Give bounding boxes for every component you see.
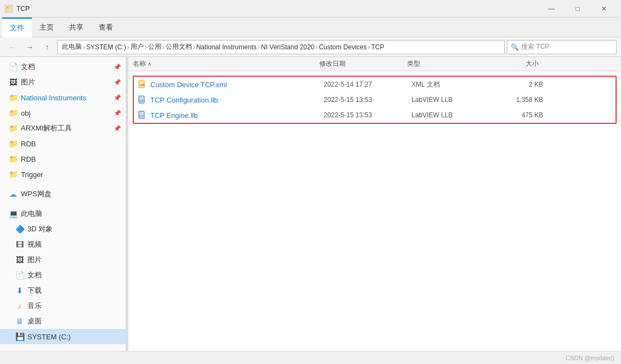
path-computer[interactable]: 此电脑 xyxy=(62,42,82,52)
sidebar-item-video[interactable]: 🎞 视频 xyxy=(0,237,126,252)
sidebar-label-systemc: SYSTEM (C:) xyxy=(27,333,71,341)
file-name-2: TCP Engine.llb xyxy=(150,111,324,120)
sidebar-item-rdb2[interactable]: 📁 RDB xyxy=(0,151,126,167)
sidebar-item-computer[interactable]: 💻 此电脑 xyxy=(0,206,126,221)
sidebar-item-ni[interactable]: 📁 National Instruments 📌 xyxy=(0,90,126,105)
file-size-0: 2 KB xyxy=(488,81,543,88)
sidebar-item-pictures[interactable]: 🖼 图片 📌 xyxy=(0,75,126,90)
file-row-2[interactable]: LLB TCP Engine.llb 2022-5-15 13:53 LabVI… xyxy=(134,107,616,123)
sidebar-item-downloads[interactable]: ⬇ 下载 xyxy=(0,283,126,298)
path-public-docs[interactable]: 公用文档 xyxy=(166,42,192,52)
tab-view[interactable]: 查看 xyxy=(91,18,121,37)
path-users[interactable]: 用户 xyxy=(131,42,144,52)
sidebar-item-desktop[interactable]: 🖥 桌面 xyxy=(0,314,126,329)
downloads-icon: ⬇ xyxy=(15,286,24,295)
search-icon: 🔍 xyxy=(511,43,519,51)
sidebar-item-music[interactable]: ♪ 音乐 xyxy=(0,298,126,314)
pin-icon-2: 📌 xyxy=(114,79,121,86)
sort-icon: ∧ xyxy=(148,61,151,67)
pin-icon-5: 📌 xyxy=(114,125,121,132)
window-title: TCP xyxy=(16,5,30,13)
sidebar-item-pictures2[interactable]: 🖼 图片 xyxy=(0,252,126,268)
col-header-date[interactable]: 修改日期 xyxy=(319,59,407,69)
file-name-1: TCP Configuration.llb xyxy=(150,96,324,104)
path-veristand[interactable]: NI VeriStand 2020 xyxy=(261,43,314,51)
address-path[interactable]: 此电脑 › SYSTEM (C:) › 用户 › 公用 › 公用文档 › Nat… xyxy=(57,40,505,54)
pictures2-icon: 🖼 xyxy=(15,255,24,264)
tab-home[interactable]: 主页 xyxy=(32,18,61,37)
col-header-size[interactable]: 大小 xyxy=(484,59,539,69)
sidebar-item-arxmi[interactable]: 📁 ARXMI解析工具 📌 xyxy=(0,121,126,136)
path-tcp[interactable]: TCP xyxy=(371,43,385,51)
documents-icon: 📄 xyxy=(9,62,18,71)
path-ni[interactable]: National Instruments xyxy=(196,43,257,51)
sidebar-label-3d: 3D 对象 xyxy=(27,224,53,234)
forward-button[interactable]: → xyxy=(22,39,37,55)
sidebar-label-desktop: 桌面 xyxy=(27,316,42,326)
tab-file[interactable]: 文件 xyxy=(2,18,32,37)
file-icon-2: LLB xyxy=(137,110,147,120)
sidebar-item-trigger[interactable]: 📁 Trigger xyxy=(0,167,126,182)
sidebar-item-wps[interactable]: ☁ WPS网盘 xyxy=(0,186,126,202)
svg-text:LLB: LLB xyxy=(139,99,143,102)
file-date-0: 2022-5-14 17:27 xyxy=(324,81,411,88)
sidebar-item-systemc[interactable]: 💾 SYSTEM (C:) xyxy=(0,329,126,344)
path-custom-devices[interactable]: Custom Devices xyxy=(319,43,366,51)
col-date-label: 修改日期 xyxy=(319,59,346,69)
col-header-name[interactable]: 名称 ∧ xyxy=(133,59,319,69)
title-bar-controls: — □ ✕ xyxy=(539,0,617,18)
col-header-type[interactable]: 类型 xyxy=(407,59,484,69)
video-icon: 🎞 xyxy=(15,240,24,249)
close-button[interactable]: ✕ xyxy=(591,0,617,18)
file-icon-0: XML xyxy=(137,79,147,89)
svg-text:XML: XML xyxy=(140,83,146,87)
sidebar-item-rdb1[interactable]: 📁 RDB xyxy=(0,136,126,151)
back-button[interactable]: ← xyxy=(4,39,20,55)
path-system[interactable]: SYSTEM (C:) xyxy=(86,43,126,51)
sidebar-item-documents2[interactable]: 📄 文档 xyxy=(0,268,126,283)
sidebar-label-wps: WPS网盘 xyxy=(21,189,52,199)
file-row-0[interactable]: XML Custom Device TCP.xml 2022-5-14 17:2… xyxy=(134,77,616,92)
3d-icon: 🔷 xyxy=(15,225,24,234)
search-box[interactable]: 🔍 搜索 TCP xyxy=(507,40,617,54)
file-size-1: 1,358 KB xyxy=(488,96,543,104)
sidebar-label-pictures: 图片 xyxy=(21,77,35,87)
window-icon: 📁 xyxy=(4,4,13,13)
status-bar: CSDN @mydate() xyxy=(0,351,621,364)
desktop-icon: 🖥 xyxy=(15,317,24,326)
sidebar-label-documents: 文档 xyxy=(21,62,35,72)
file-type-2: LabVIEW LLB xyxy=(411,111,488,119)
title-bar: 📁 TCP — □ ✕ xyxy=(0,0,621,18)
col-name-label: 名称 xyxy=(133,59,146,69)
sidebar-label-arxmi: ARXMI解析工具 xyxy=(21,123,72,133)
file-icon-1: LLB xyxy=(137,95,147,105)
computer-icon: 💻 xyxy=(9,209,18,218)
arxmi-folder-icon: 📁 xyxy=(9,124,18,133)
highlight-group: XML Custom Device TCP.xml 2022-5-14 17:2… xyxy=(133,76,617,124)
pin-icon: 📌 xyxy=(114,64,121,71)
file-area: 名称 ∧ 修改日期 类型 大小 XML xyxy=(128,57,621,351)
pin-icon-3: 📌 xyxy=(114,94,121,101)
search-placeholder: 搜索 TCP xyxy=(521,42,549,52)
sidebar-label-ni: National Instruments xyxy=(21,94,86,102)
tab-share[interactable]: 共享 xyxy=(61,18,91,37)
up-button[interactable]: ↑ xyxy=(39,39,55,55)
pin-icon-4: 📌 xyxy=(114,110,121,117)
status-watermark: CSDN @mydate() xyxy=(566,355,614,361)
file-type-0: XML 文档 xyxy=(411,80,488,89)
col-size-label: 大小 xyxy=(526,59,539,69)
maximize-button[interactable]: □ xyxy=(565,0,590,18)
sidebar-item-obj[interactable]: 📁 obj 📌 xyxy=(0,105,126,121)
rdb1-folder-icon: 📁 xyxy=(9,139,18,148)
minimize-button[interactable]: — xyxy=(539,0,564,18)
file-row-1[interactable]: LLB TCP Configuration.llb 2022-5-15 13:5… xyxy=(134,92,616,107)
path-public[interactable]: 公用 xyxy=(148,42,161,52)
sidebar-label-pictures2: 图片 xyxy=(27,255,42,265)
sidebar-label-computer: 此电脑 xyxy=(21,209,42,219)
music-icon: ♪ xyxy=(15,302,24,310)
sidebar-item-documents[interactable]: 📄 文档 📌 xyxy=(0,59,126,75)
sidebar-item-3d[interactable]: 🔷 3D 对象 xyxy=(0,221,126,237)
main-layout: 📄 文档 📌 🖼 图片 📌 📁 National Instruments 📌 📁… xyxy=(0,57,621,351)
sidebar-label-rdb2: RDB xyxy=(21,155,36,163)
rdb2-folder-icon: 📁 xyxy=(9,155,18,163)
